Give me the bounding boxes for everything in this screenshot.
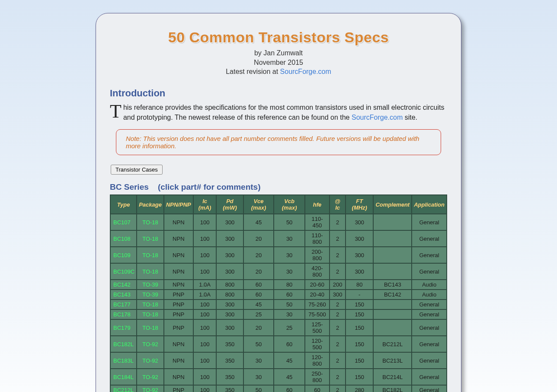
cell-application: General: [412, 231, 446, 246]
cell-ft: 150: [346, 300, 373, 309]
cell-application: General: [412, 336, 446, 352]
part-number-link[interactable]: BC212L: [111, 386, 136, 392]
part-number-link[interactable]: BC109: [111, 247, 136, 263]
cell-vcb: 50: [274, 300, 304, 309]
cell-application: General: [412, 320, 446, 335]
part-number-link[interactable]: BC177: [111, 300, 136, 309]
part-number-link[interactable]: BC182L: [111, 336, 136, 352]
cell-vce: 50: [244, 386, 274, 392]
part-number-link[interactable]: BC107: [111, 214, 136, 230]
cell-at: 300: [330, 290, 345, 299]
col-ft: FT (MHz): [346, 195, 373, 214]
cell-np: NPN: [164, 353, 193, 368]
col-ic: Ic (mA): [194, 195, 216, 214]
cell-at: 2: [330, 231, 345, 246]
cell-hfe: 75-500: [305, 310, 329, 319]
cell-package: TO-18: [137, 320, 163, 335]
table-row: BC178TO-18PNP100300253075-5002150General: [111, 310, 446, 319]
table-row: BC109TO-18NPN1003002030200-8002300Genera…: [111, 247, 446, 263]
cell-ic: 100: [194, 300, 216, 309]
cell-pd: 350: [217, 386, 243, 392]
revision-link[interactable]: SourcForge.com: [280, 68, 331, 75]
part-number-link[interactable]: BC108: [111, 231, 136, 246]
cell-ic: 100: [194, 386, 216, 392]
cell-vce: 20: [244, 320, 274, 335]
cell-at: 2: [330, 247, 345, 263]
cell-np: PNP: [164, 320, 193, 335]
table-row: BC183LTO-92NPN1003503045120-8002150BC213…: [111, 353, 446, 368]
cell-hfe: 420-800: [305, 264, 329, 279]
part-number-link[interactable]: BC109C: [111, 264, 136, 279]
cell-application: General: [412, 214, 446, 230]
col-npn-pnp: NPN/PNP: [164, 195, 193, 214]
table-row: BC182LTO-92NPN1003505060120-5002150BC212…: [111, 336, 446, 352]
part-number-link[interactable]: BC178: [111, 310, 136, 319]
part-number-link[interactable]: BC142: [111, 280, 136, 289]
cell-comp: [374, 231, 411, 246]
cell-comp: BC214L: [374, 369, 411, 385]
cell-vcb: 30: [274, 247, 304, 263]
cell-at: 2: [330, 336, 345, 352]
cell-comp: BC142: [374, 290, 411, 299]
col-at-ic: @ Ic: [330, 195, 345, 214]
col-package: Package: [137, 195, 163, 214]
cell-application: General: [412, 264, 446, 279]
part-number-link[interactable]: BC179: [111, 320, 136, 335]
cell-at: 2: [330, 386, 345, 392]
cell-hfe: 250-800: [305, 369, 329, 385]
cell-comp: [374, 264, 411, 279]
cell-ic: 100: [194, 310, 216, 319]
cell-ic: 100: [194, 231, 216, 246]
cell-at: 2: [330, 310, 345, 319]
cell-comp: BC182L: [374, 386, 411, 392]
part-number-link[interactable]: BC143: [111, 290, 136, 299]
cell-hfe: 20-40: [305, 290, 329, 299]
cell-pd: 800: [217, 280, 243, 289]
intro-link[interactable]: SourcForge.com: [352, 114, 403, 121]
cell-vcb: 45: [274, 353, 304, 368]
cell-np: PNP: [164, 300, 193, 309]
cell-pd: 300: [217, 320, 243, 335]
cell-comp: BC212L: [374, 336, 411, 352]
cell-ic: 100: [194, 264, 216, 279]
cell-ft: 150: [346, 310, 373, 319]
cell-ft: 150: [346, 320, 373, 335]
cell-comp: [374, 310, 411, 319]
cell-at: 2: [330, 320, 345, 335]
cell-np: NPN: [164, 214, 193, 230]
cell-pd: 350: [217, 336, 243, 352]
cell-application: Audio: [412, 290, 446, 299]
cell-pd: 300: [217, 214, 243, 230]
cell-ft: 150: [346, 336, 373, 352]
table-header-row: Type Package NPN/PNP Ic (mA) Pd (mW) Vce…: [111, 195, 446, 214]
col-hfe: hfe: [305, 195, 329, 214]
cell-package: TO-18: [137, 300, 163, 309]
cell-pd: 300: [217, 231, 243, 246]
cell-package: TO-92: [137, 369, 163, 385]
cell-np: PNP: [164, 386, 193, 392]
cell-vce: 45: [244, 300, 274, 309]
cell-ic: 1.0A: [194, 290, 216, 299]
transistor-cases-button[interactable]: Transistor Cases: [111, 165, 163, 175]
table-row: BC142TO-39NPN1.0A800608020-6020080BC143A…: [111, 280, 446, 289]
cell-vce: 45: [244, 214, 274, 230]
series-hint: (click part# for comments): [158, 182, 261, 191]
part-number-link[interactable]: BC183L: [111, 353, 136, 368]
cell-application: Audio: [412, 280, 446, 289]
cell-pd: 300: [217, 300, 243, 309]
cell-ft: -: [346, 290, 373, 299]
part-number-link[interactable]: BC184L: [111, 369, 136, 385]
cell-pd: 350: [217, 353, 243, 368]
date: November 2015: [254, 59, 303, 66]
table-row: BC143TO-39PNP1.0A800606020-40300-BC142Au…: [111, 290, 446, 299]
col-vcb: Vcb (max): [274, 195, 304, 214]
cell-np: NPN: [164, 264, 193, 279]
cell-package: TO-18: [137, 310, 163, 319]
col-type: Type: [111, 195, 136, 214]
cell-comp: [374, 300, 411, 309]
cell-package: TO-92: [137, 386, 163, 392]
cell-vce: 20: [244, 247, 274, 263]
cell-at: 2: [330, 264, 345, 279]
byline: by Jan Zumwalt November 2015 Latest revi…: [110, 48, 447, 76]
cell-hfe: 120-800: [305, 353, 329, 368]
